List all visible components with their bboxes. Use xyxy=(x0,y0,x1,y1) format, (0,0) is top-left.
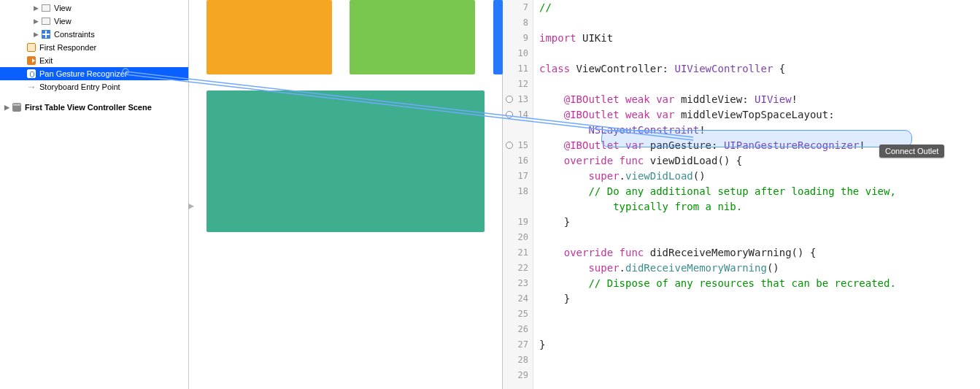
code-line[interactable]: @IBOutlet weak var middleViewTopSpaceLay… xyxy=(539,107,980,123)
outline-row-5[interactable]: Pan Gesture Recognizer xyxy=(0,67,188,80)
connection-well-icon[interactable] xyxy=(506,96,513,103)
responder-icon xyxy=(26,42,36,53)
code-line[interactable]: @IBOutlet weak var middleView: UIView! xyxy=(539,92,980,107)
chevron-right-icon: ▶ xyxy=(32,18,39,25)
code-line[interactable] xyxy=(539,77,980,92)
canvas-view-green[interactable] xyxy=(350,0,475,74)
chevron-right-icon: ▶ xyxy=(32,4,39,12)
connection-well-icon[interactable] xyxy=(506,111,513,118)
view-icon xyxy=(41,16,51,26)
scene-row[interactable]: ▶ First Table View Controller Scene xyxy=(0,101,188,114)
code-line[interactable]: class ViewController: UIViewController { xyxy=(539,61,980,77)
code-line[interactable]: // Dispose of any resources that can be … xyxy=(539,276,980,291)
outline-row-6[interactable]: →Storyboard Entry Point xyxy=(0,80,188,93)
chevron-right-icon: ▶ xyxy=(3,104,10,111)
outline-label: Exit xyxy=(39,56,53,65)
code-line[interactable] xyxy=(539,230,980,245)
splitter-handle-icon[interactable]: ▸ xyxy=(188,199,194,212)
outline-row-2[interactable]: ▶Constraints xyxy=(0,28,188,41)
chevron-right-icon: ▶ xyxy=(32,31,39,38)
code-line[interactable]: } xyxy=(539,291,980,307)
editor-code[interactable]: //import UIKitclass ViewController: UIVi… xyxy=(533,0,980,389)
code-line[interactable]: } xyxy=(539,215,980,230)
outline-row-1[interactable]: ▶View xyxy=(0,15,188,28)
exit-icon xyxy=(26,55,36,66)
code-line[interactable] xyxy=(539,46,980,61)
interface-builder-canvas[interactable] xyxy=(189,0,503,389)
outline-label: First Responder xyxy=(39,43,96,52)
canvas-view-blue[interactable] xyxy=(493,0,503,74)
outline-label: Pan Gesture Recognizer xyxy=(39,69,127,78)
connection-well-icon[interactable] xyxy=(506,142,513,149)
canvas-view-orange[interactable] xyxy=(207,0,332,74)
code-line[interactable]: typically from a nib. xyxy=(539,199,980,215)
code-line[interactable]: } xyxy=(539,337,980,353)
constraints-icon xyxy=(41,29,51,39)
outline-label: View xyxy=(54,4,72,12)
outline-row-4[interactable]: Exit xyxy=(0,54,188,67)
outline-label: Storyboard Entry Point xyxy=(39,82,120,91)
outline-label: View xyxy=(54,17,72,26)
source-editor[interactable]: 7891011121314151617181920212223242526272… xyxy=(503,0,980,389)
document-outline: ▶View▶View▶ConstraintsFirst ResponderExi… xyxy=(0,0,189,389)
scene-icon xyxy=(12,102,22,112)
code-line[interactable]: NSLayoutConstraint! xyxy=(539,123,980,138)
code-line[interactable] xyxy=(539,322,980,337)
editor-gutter: 7891011121314151617181920212223242526272… xyxy=(503,0,533,389)
code-line[interactable]: super.didReceiveMemoryWarning() xyxy=(539,261,980,276)
canvas-view-teal[interactable] xyxy=(207,90,485,232)
code-line[interactable] xyxy=(539,307,980,322)
code-line[interactable] xyxy=(539,368,980,383)
view-icon xyxy=(41,3,51,13)
code-line[interactable]: override func didReceiveMemoryWarning() … xyxy=(539,245,980,261)
outline-row-3[interactable]: First Responder xyxy=(0,41,188,54)
connect-outlet-tooltip: Connect Outlet xyxy=(879,145,944,158)
code-line[interactable]: // Do any additional setup after loading… xyxy=(539,184,980,199)
code-line[interactable]: import UIKit xyxy=(539,31,980,46)
code-line[interactable] xyxy=(539,15,980,31)
pan-icon xyxy=(26,69,36,79)
code-line[interactable]: // xyxy=(539,0,980,15)
scene-label: First Table View Controller Scene xyxy=(25,103,152,112)
arrow-icon: → xyxy=(26,82,36,92)
outline-label: Constraints xyxy=(54,30,95,39)
outline-row-0[interactable]: ▶View xyxy=(0,1,188,15)
code-line[interactable]: super.viewDidLoad() xyxy=(539,169,980,184)
code-line[interactable] xyxy=(539,353,980,368)
